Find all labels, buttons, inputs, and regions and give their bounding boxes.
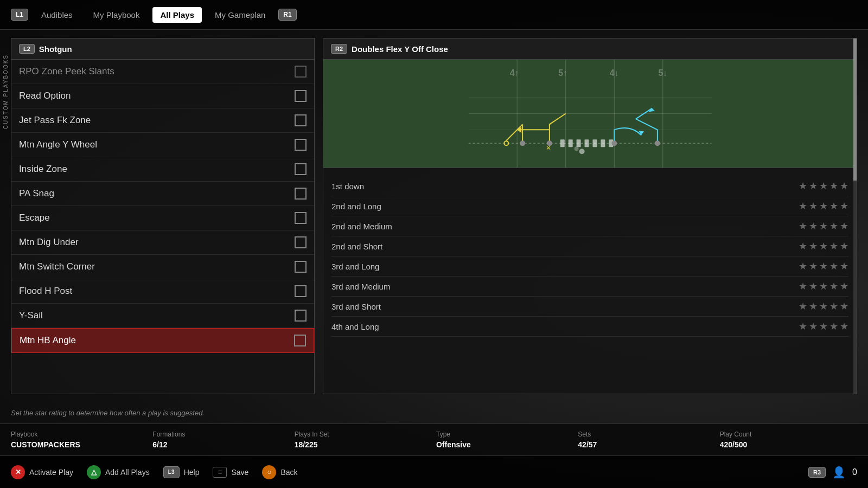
star-rating[interactable]: ★★★★★ (799, 280, 848, 292)
play-item[interactable]: Read Option (11, 84, 314, 108)
play-checkbox[interactable] (295, 261, 307, 273)
play-checkbox[interactable] (294, 335, 306, 346)
star-rating[interactable]: ★★★★★ (799, 300, 848, 312)
scroll-track[interactable] (853, 38, 857, 394)
star-rating[interactable]: ★★★★★ (799, 200, 848, 212)
play-name: Mtn Angle Y Wheel (19, 139, 97, 150)
star[interactable]: ★ (799, 240, 807, 252)
star[interactable]: ★ (809, 220, 818, 232)
play-checkbox[interactable] (295, 285, 307, 297)
svg-rect-13 (560, 139, 565, 147)
play-name: Mtn HB Angle (20, 335, 76, 346)
star[interactable]: ★ (819, 320, 828, 332)
svg-rect-18 (601, 139, 605, 147)
star[interactable]: ★ (840, 260, 848, 272)
r1-badge[interactable]: R1 (278, 9, 296, 21)
star[interactable]: ★ (799, 200, 807, 212)
play-name: Inside Zone (19, 164, 67, 175)
bottom-action-item[interactable]: ≡ Save (213, 467, 248, 478)
star[interactable]: ★ (819, 260, 828, 272)
play-item[interactable]: Flood H Post (11, 279, 314, 304)
star[interactable]: ★ (829, 280, 838, 292)
star[interactable]: ★ (809, 300, 818, 312)
play-checkbox[interactable] (295, 114, 307, 126)
star-rating[interactable]: ★★★★★ (799, 220, 848, 232)
star[interactable]: ★ (809, 200, 818, 212)
play-item[interactable]: Jet Pass Fk Zone (11, 108, 314, 133)
star[interactable]: ★ (840, 200, 848, 212)
play-checkbox[interactable] (295, 90, 307, 102)
play-name: Jet Pass Fk Zone (19, 115, 91, 126)
star[interactable]: ★ (819, 220, 828, 232)
play-name: Read Option (19, 91, 71, 101)
play-checkbox[interactable] (295, 236, 307, 248)
rating-label: 3rd and Long (331, 262, 379, 271)
star[interactable]: ★ (840, 180, 848, 192)
play-checkbox[interactable] (295, 212, 307, 224)
star[interactable]: ★ (829, 220, 838, 232)
play-item[interactable]: Mtn HB Angle (11, 328, 314, 353)
star[interactable]: ★ (819, 180, 828, 192)
star-rating[interactable]: ★★★★★ (799, 240, 848, 252)
play-name: PA Snag (19, 188, 54, 199)
play-item[interactable]: PA Snag (11, 182, 314, 206)
star-rating[interactable]: ★★★★★ (799, 320, 848, 332)
star[interactable]: ★ (799, 220, 807, 232)
play-item[interactable]: RPO Zone Peek Slants (11, 60, 314, 84)
star[interactable]: ★ (809, 260, 818, 272)
play-checkbox[interactable] (295, 66, 307, 78)
star[interactable]: ★ (829, 320, 838, 332)
left-panel-header: L2 Shotgun (11, 38, 314, 60)
star[interactable]: ★ (809, 180, 818, 192)
star[interactable]: ★ (819, 240, 828, 252)
nav-my-playbook[interactable]: My Playbook (86, 7, 148, 23)
play-checkbox[interactable] (295, 310, 307, 322)
stat-label: Formations (152, 431, 290, 438)
star[interactable]: ★ (799, 320, 807, 332)
star[interactable]: ★ (829, 200, 838, 212)
star[interactable]: ★ (840, 280, 848, 292)
star[interactable]: ★ (809, 280, 818, 292)
bottom-action-item[interactable]: ✕ Activate Play (11, 465, 73, 479)
star[interactable]: ★ (840, 240, 848, 252)
star-rating[interactable]: ★★★★★ (799, 180, 848, 192)
play-checkbox[interactable] (295, 163, 307, 175)
star[interactable]: ★ (829, 300, 838, 312)
star[interactable]: ★ (829, 240, 838, 252)
star[interactable]: ★ (799, 260, 807, 272)
star-rating[interactable]: ★★★★★ (799, 260, 848, 272)
play-item[interactable]: Escape (11, 206, 314, 230)
star[interactable]: ★ (819, 280, 828, 292)
star[interactable]: ★ (819, 300, 828, 312)
star[interactable]: ★ (829, 180, 838, 192)
star[interactable]: ★ (840, 300, 848, 312)
star[interactable]: ★ (819, 200, 828, 212)
star[interactable]: ★ (799, 180, 807, 192)
rating-row: 2nd and Short ★★★★★ (331, 236, 848, 256)
play-checkbox[interactable] (295, 139, 307, 151)
nav-all-plays[interactable]: All Plays (152, 7, 202, 23)
star[interactable]: ★ (840, 320, 848, 332)
star[interactable]: ★ (829, 260, 838, 272)
play-item[interactable]: Y-Sail (11, 304, 314, 328)
play-checkbox[interactable] (295, 188, 307, 200)
star[interactable]: ★ (799, 300, 807, 312)
scroll-thumb[interactable] (853, 38, 857, 181)
star[interactable]: ★ (799, 280, 807, 292)
stat-item: Play Count 420/500 (720, 431, 857, 449)
play-item[interactable]: Mtn Angle Y Wheel (11, 133, 314, 157)
play-item[interactable]: Mtn Dig Under (11, 230, 314, 255)
play-item[interactable]: Mtn Switch Corner (11, 255, 314, 279)
bottom-action-item[interactable]: L3 Help (163, 466, 200, 478)
bottom-action-item[interactable]: ○ Back (262, 465, 297, 479)
star[interactable]: ★ (840, 220, 848, 232)
stat-label: Sets (578, 431, 715, 438)
nav-my-gameplan[interactable]: My Gameplan (207, 7, 273, 23)
svg-point-28 (611, 140, 617, 146)
bottom-action-item[interactable]: △ Add All Plays (87, 465, 150, 479)
star[interactable]: ★ (809, 320, 818, 332)
nav-audibles[interactable]: Audibles (34, 7, 80, 23)
star[interactable]: ★ (809, 240, 818, 252)
play-item[interactable]: Inside Zone (11, 157, 314, 182)
l1-badge[interactable]: L1 (11, 9, 28, 21)
